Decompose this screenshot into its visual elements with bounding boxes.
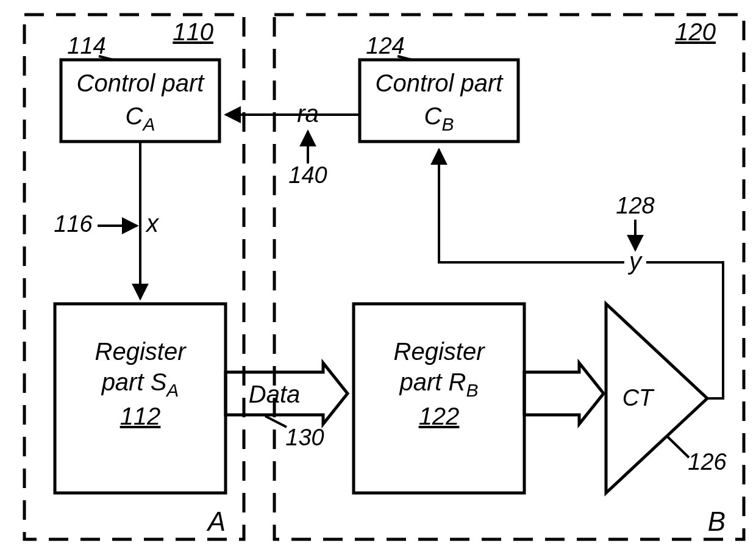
region-a-ref: 110: [173, 18, 213, 45]
signal-x-ref: 116: [54, 211, 93, 237]
signal-ra-name: ra: [297, 100, 319, 127]
signal-x-name: x: [145, 210, 160, 237]
register-a-line1: Register: [95, 338, 187, 365]
data-ref-leader: [265, 416, 287, 427]
rb-to-ct-arrow: [524, 363, 604, 424]
control-a-ref: 114: [67, 33, 105, 59]
region-b-ref: 120: [675, 18, 716, 45]
register-b-box: [354, 304, 524, 493]
signal-ra-ref: 140: [288, 162, 327, 188]
register-b-line1: Register: [394, 338, 486, 365]
ct-ref-leader: [667, 436, 689, 458]
control-b-ref: 124: [366, 33, 404, 59]
register-b-line2: part RB: [399, 368, 479, 400]
control-a-line1: Control part: [77, 70, 205, 96]
register-b-ref: 122: [419, 403, 460, 429]
control-b-line1: Control part: [376, 70, 504, 96]
region-a-label: A: [206, 506, 226, 536]
control-a-symbol: CA: [126, 102, 155, 134]
region-b-boundary: [274, 15, 744, 539]
register-a-line2: part SA: [101, 368, 179, 400]
signal-y-ref: 128: [616, 193, 654, 218]
signal-y-name: y: [627, 248, 643, 275]
data-ref: 130: [285, 425, 324, 450]
register-a-ref: 112: [120, 403, 161, 429]
region-b-label: B: [708, 506, 726, 536]
block-diagram: 110 A Control part CA 114 x 116 Register…: [0, 0, 756, 557]
ct-label: CT: [622, 385, 655, 411]
signal-y-path-left: [439, 149, 624, 262]
control-b-symbol: CB: [424, 102, 454, 134]
register-a-box: [55, 304, 226, 493]
ct-ref: 126: [688, 449, 727, 475]
